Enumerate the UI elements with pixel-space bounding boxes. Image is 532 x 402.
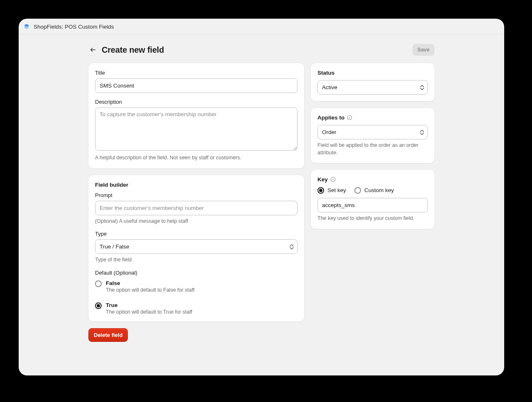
right-column: Status Active Applies to (311, 63, 434, 236)
description-help: A helpful description of the field. Not … (95, 154, 298, 162)
title-input[interactable] (95, 78, 298, 93)
key-card: Key Set key (311, 170, 434, 229)
status-heading: Status (317, 70, 428, 76)
applies-to-heading: Applies to (317, 115, 428, 121)
default-label: Default (Optional) (95, 270, 298, 276)
svg-point-6 (333, 178, 333, 178)
back-button[interactable] (88, 45, 98, 54)
default-option-sub: The option will default to True for staf… (106, 309, 192, 315)
svg-point-3 (349, 116, 350, 117)
chevron-updown-icon (290, 244, 294, 249)
status-value: Active (322, 84, 337, 90)
basics-card: Title Description A helpful description … (88, 63, 304, 168)
type-select[interactable]: True / False (95, 239, 298, 254)
titlebar: ShopFields: POS Custom Fields (19, 19, 504, 35)
applies-to-value: Order (322, 129, 337, 135)
default-option-true[interactable]: True The option will default to True for… (95, 302, 298, 315)
applies-to-heading-text: Applies to (317, 115, 344, 121)
key-heading: Key (317, 176, 428, 183)
prompt-input[interactable] (95, 201, 298, 215)
field-builder-card: Field builder Prompt (Optional) A useful… (88, 175, 304, 322)
save-button[interactable]: Save (412, 44, 434, 56)
field-builder-heading: Field builder (95, 182, 298, 188)
info-icon[interactable] (330, 177, 336, 182)
key-mode-label: Set key (327, 187, 346, 193)
chevron-updown-icon (420, 129, 424, 135)
radio-icon (95, 280, 102, 287)
default-option-label: True (106, 302, 192, 308)
arrow-left-icon (90, 46, 96, 53)
app-logo-icon (23, 23, 30, 30)
page-title: Create new field (102, 45, 408, 55)
description-input[interactable] (95, 107, 298, 151)
applies-to-help: Field will be applied to the order as an… (317, 142, 428, 156)
key-heading-text: Key (317, 176, 328, 183)
key-mode-group: Set key Custom key (317, 187, 428, 194)
status-select[interactable]: Active (317, 80, 428, 95)
description-label: Description (95, 99, 298, 105)
key-mode-label: Custom key (364, 187, 394, 193)
left-column: Title Description A helpful description … (88, 63, 304, 342)
type-help: Type of the field (95, 256, 298, 264)
prompt-help: (Optional) A useful message to help staf… (95, 218, 298, 225)
key-mode-custom[interactable]: Custom key (354, 187, 394, 194)
key-mode-set[interactable]: Set key (317, 187, 346, 194)
applies-to-select[interactable]: Order (317, 125, 428, 139)
title-label: Title (95, 70, 298, 76)
app-window: ShopFields: POS Custom Fields Create new… (19, 19, 504, 375)
page-body: Create new field Save Title Description … (19, 35, 504, 358)
default-option-label: False (106, 280, 195, 286)
chevron-updown-icon (420, 85, 424, 90)
info-icon[interactable] (347, 115, 352, 120)
type-label: Type (95, 231, 298, 237)
radio-icon (354, 187, 361, 194)
key-input[interactable] (317, 198, 428, 212)
radio-icon (95, 302, 102, 309)
radio-icon (317, 187, 324, 194)
default-option-false[interactable]: False The option will default to False f… (95, 280, 298, 293)
default-option-sub: The option will default to False for sta… (106, 287, 195, 293)
applies-to-card: Applies to Order (311, 108, 434, 163)
prompt-label: Prompt (95, 192, 298, 198)
key-help: The key used to identify your custom fie… (317, 215, 428, 222)
status-card: Status Active (311, 63, 434, 101)
delete-field-button[interactable]: Delete field (88, 328, 128, 342)
page-header: Create new field Save (88, 44, 434, 56)
app-title: ShopFields: POS Custom Fields (34, 24, 114, 30)
type-value: True / False (100, 244, 129, 250)
